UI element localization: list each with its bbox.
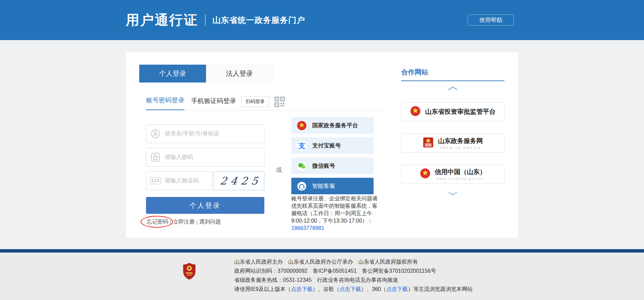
service-phone-link[interactable]: 18663778981 <box>291 225 324 231</box>
footer-line-icp: 政府网站识别码：3700000092 鲁ICP备05051451 鲁公网安备37… <box>234 266 473 275</box>
third-party-national-platform[interactable]: 国家政务服务平台 <box>291 117 374 134</box>
partner-url: www.creditsd.gov.cn <box>437 177 484 180</box>
tab-personal-login[interactable]: 个人登录 <box>139 65 206 82</box>
footer-text: 山东省人民政府主办 山东省人民政府办公厅承办 山东省人民政府版权所有 政府网站识… <box>234 257 473 294</box>
chevron-up-icon[interactable] <box>448 86 458 91</box>
login-methods: 账号密码登录 手机验证码登录 扫码登录 <box>146 96 286 111</box>
tab-corporate-login[interactable]: 法人登录 <box>206 65 273 82</box>
national-emblem-icon <box>420 168 431 180</box>
footer: 山东省人民政府主办 山东省人民政府办公厅承办 山东省人民政府版权所有 政府网站识… <box>0 253 644 300</box>
government-shield-icon <box>183 263 196 280</box>
national-emblem-icon <box>291 121 312 131</box>
footer-line-hotline: 省级政务服务热线：0531-12345 行政业务咨询电话见办事咨询频道 <box>234 275 473 285</box>
vertical-divider <box>384 108 384 232</box>
forgot-password-link[interactable]: 忘记密码 <box>145 219 170 226</box>
download-link-360[interactable]: 点击下载 <box>386 286 408 292</box>
download-link-chrome[interactable]: 点击下载 <box>340 286 361 292</box>
or-divider-label: 或 <box>276 166 282 174</box>
national-emblem-icon <box>410 106 421 118</box>
partner-shandong-gov-service[interactable]: 山东政务服务网 ZWFW.SD.GOV.CN <box>401 134 504 153</box>
download-link-ie[interactable]: 点击下载 <box>291 286 313 292</box>
headset-icon <box>291 181 312 191</box>
partner-credit-china-shandong[interactable]: 信用中国（山东） www.creditsd.gov.cn <box>401 165 504 184</box>
captcha-field: 123 <box>146 171 212 190</box>
captcha-123-icon: 123 <box>146 177 165 184</box>
brand-divider <box>205 14 206 26</box>
captcha-value: 2425 <box>215 175 262 187</box>
login-card: 个人登录 法人登录 账号密码登录 手机验证码登录 扫码登录 <box>126 52 518 238</box>
shandong-gov-icon <box>423 137 434 149</box>
chevron-down-icon[interactable] <box>448 191 458 196</box>
partners-underline <box>401 80 504 81</box>
methods-divider <box>146 110 384 110</box>
trouble-link[interactable]: 遇到问题 <box>198 219 223 226</box>
method-sms-login[interactable]: 手机验证码登录 <box>191 97 236 110</box>
header: 用户通行证 山东省统一政务服务门户 使用帮助 <box>0 0 644 40</box>
captcha-input[interactable] <box>165 177 212 184</box>
password-input[interactable] <box>165 154 264 161</box>
username-field <box>146 124 264 143</box>
partner-url: ZWFW.SD.GOV.CN <box>440 146 481 149</box>
method-password-login[interactable]: 账号密码登录 <box>146 96 184 110</box>
personal-login-button[interactable]: 个人登录 <box>146 197 264 214</box>
password-field <box>146 148 264 167</box>
qr-code-icon[interactable] <box>273 96 286 108</box>
captcha-image[interactable]: 2425 <box>213 171 264 190</box>
help-button[interactable]: 使用帮助 <box>468 14 514 26</box>
portal-subtitle: 山东省统一政务服务门户 <box>212 15 305 26</box>
page-title: 用户通行证 <box>126 11 198 29</box>
brand: 用户通行证 山东省统一政务服务门户 <box>126 0 305 40</box>
page: 用户通行证 山东省统一政务服务门户 使用帮助 个人登录 法人登录 账号密码登录 … <box>0 0 644 300</box>
user-icon <box>146 129 165 138</box>
customer-service-notice: 账号登录注册、企业绑定相关问题请优先联系页面中的智能客服系统，客服电话（工作日：… <box>291 195 382 232</box>
partners-title: 合作网站 <box>401 68 428 77</box>
wechat-icon <box>291 161 312 171</box>
footer-top-bar <box>0 249 644 253</box>
register-link[interactable]: 立即注册 <box>171 219 196 226</box>
login-links: 忘记密码 | 立即注册 | 遇到问题 <box>145 219 223 226</box>
third-party-smart-service[interactable]: 智能客服 <box>291 178 374 194</box>
method-scan-login[interactable]: 扫码登录 <box>241 96 269 107</box>
username-input[interactable] <box>165 130 264 137</box>
footer-line-sponsor: 山东省人民政府主办 山东省人民政府办公厅承办 山东省人民政府版权所有 <box>234 257 473 266</box>
alipay-icon: 支 <box>291 141 312 151</box>
footer-line-browser: 请使用IE9及以上版本（点击下载）、谷歌（点击下载）、360（点击下载）等主流浏… <box>234 285 473 294</box>
lock-icon <box>146 153 165 162</box>
third-party-alipay[interactable]: 支 支付宝账号 <box>291 137 374 154</box>
partner-investment-platform[interactable]: 山东省投资审批监管平台 <box>401 102 504 121</box>
third-party-wechat[interactable]: 微信账号 <box>291 158 374 174</box>
